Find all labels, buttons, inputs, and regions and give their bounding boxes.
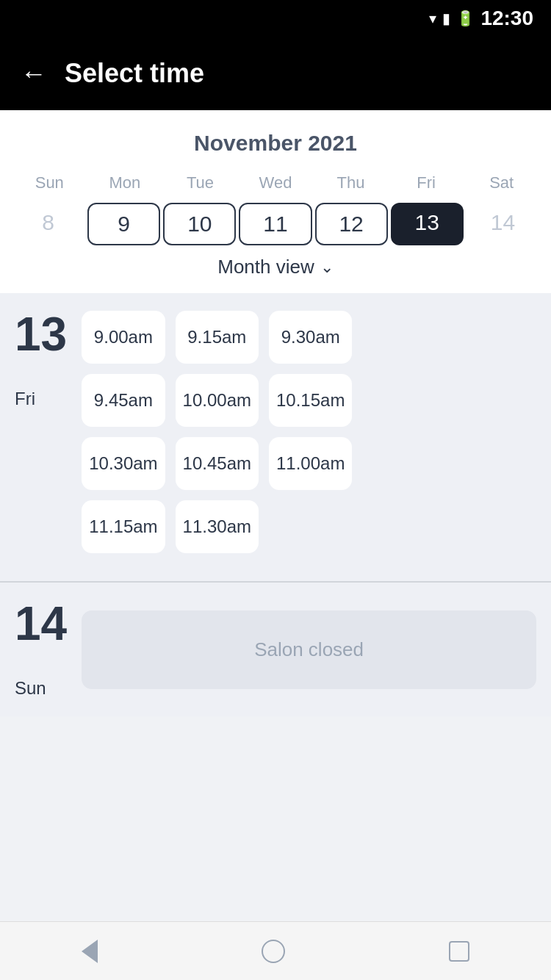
slot-1015am[interactable]: 10.15am <box>269 374 352 427</box>
back-button[interactable]: ← <box>21 60 47 87</box>
slot-930am[interactable]: 9.30am <box>269 311 352 364</box>
week-row: 8 9 10 11 12 13 14 <box>12 203 539 245</box>
wifi-icon: ▾ <box>429 10 436 27</box>
day14-inner: 14 Sun Salon closed <box>15 600 536 699</box>
slot-1045am[interactable]: 10.45am <box>176 437 259 490</box>
day13-num: 13 <box>15 311 67 358</box>
nav-recents-button[interactable] <box>449 941 469 962</box>
calendar-section: November 2021 Sun Mon Tue Wed Thu Fri Sa… <box>0 110 551 293</box>
month-view-label: Month view <box>217 256 314 278</box>
nav-home-button[interactable] <box>262 940 285 963</box>
signal-icon: ▮ <box>442 10 450 27</box>
slot-1100am[interactable]: 11.00am <box>269 437 352 490</box>
day14-dayname: Sun <box>15 678 67 699</box>
salon-closed-label: Salon closed <box>82 610 536 689</box>
day14-section: 14 Sun Salon closed <box>0 583 551 716</box>
day-11[interactable]: 11 <box>239 203 311 245</box>
day-12[interactable]: 12 <box>315 203 388 245</box>
weekday-sun: Sun <box>12 170 87 195</box>
header-title: Select time <box>65 58 204 89</box>
battery-icon: 🔋 <box>456 10 475 27</box>
day-13[interactable]: 13 <box>391 203 464 245</box>
day-8[interactable]: 8 <box>12 203 84 245</box>
day13-header: 13 Fri 9.00am 9.15am 9.30am 9.45am 10.00… <box>15 311 536 553</box>
time-grid-13: 9.00am 9.15am 9.30am 9.45am 10.00am 10.1… <box>82 311 352 553</box>
status-icons: ▾ ▮ 🔋 12:30 <box>429 7 533 30</box>
slot-1130am[interactable]: 11.30am <box>176 500 259 553</box>
slot-1030am[interactable]: 10.30am <box>82 437 165 490</box>
nav-back-button[interactable] <box>82 940 98 963</box>
header: ← Select time <box>0 37 551 110</box>
weekday-mon: Mon <box>87 170 163 195</box>
day14-num: 14 <box>15 600 67 647</box>
weekdays-row: Sun Mon Tue Wed Thu Fri Sat <box>12 170 539 195</box>
day13-section: 13 Fri 9.00am 9.15am 9.30am 9.45am 10.00… <box>0 293 551 581</box>
month-label: November 2021 <box>12 131 539 156</box>
day-9[interactable]: 9 <box>87 203 160 245</box>
weekday-sat: Sat <box>464 170 539 195</box>
bottom-nav <box>0 921 551 980</box>
day-14[interactable]: 14 <box>467 203 539 245</box>
day13-dayname: Fri <box>15 389 67 409</box>
slot-900am[interactable]: 9.00am <box>82 311 165 364</box>
slot-915am[interactable]: 9.15am <box>176 311 259 364</box>
weekday-tue: Tue <box>162 170 238 195</box>
slot-1000am[interactable]: 10.00am <box>176 374 259 427</box>
status-bar: ▾ ▮ 🔋 12:30 <box>0 0 551 37</box>
day-10[interactable]: 10 <box>163 203 236 245</box>
slot-945am[interactable]: 9.45am <box>82 374 165 427</box>
status-time: 12:30 <box>480 7 533 30</box>
month-view-toggle[interactable]: Month view ⌄ <box>12 245 539 281</box>
weekday-thu: Thu <box>313 170 389 195</box>
weekday-wed: Wed <box>238 170 314 195</box>
slot-1115am[interactable]: 11.15am <box>82 500 165 553</box>
chevron-down-icon: ⌄ <box>320 258 334 277</box>
weekday-fri: Fri <box>389 170 464 195</box>
